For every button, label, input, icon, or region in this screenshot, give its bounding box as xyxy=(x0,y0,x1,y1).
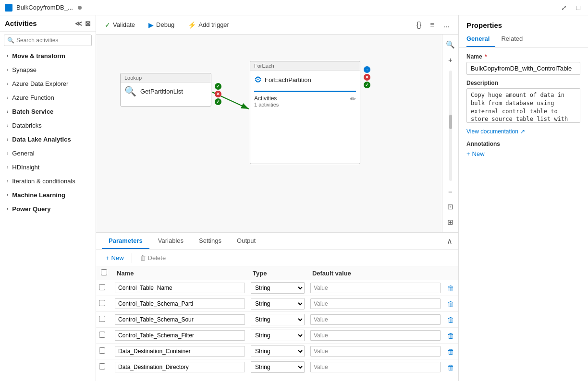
search-canvas-button[interactable]: 🔍 xyxy=(444,38,457,51)
add-icon: + xyxy=(466,150,470,157)
select-all-checkbox[interactable] xyxy=(101,269,107,275)
description-textarea[interactable]: Copy huge amount of data in bulk from da… xyxy=(466,88,580,123)
sidebar-item-label: Move & transform xyxy=(12,52,65,60)
search-input[interactable] xyxy=(16,37,88,44)
bottom-collapse-button[interactable]: ∧ xyxy=(447,237,453,246)
sidebar-item-batch-service[interactable]: ›Batch Service xyxy=(0,105,96,119)
bottom-tab-settings[interactable]: Settings xyxy=(192,233,228,249)
lookup-node[interactable]: Lookup 🔍 GetPartitionList ✓ ✕ ✓ xyxy=(120,73,211,107)
delete-row-button-1[interactable]: 🗑 xyxy=(446,299,455,309)
row-checkbox-5[interactable] xyxy=(99,363,105,369)
param-type-select-2[interactable]: StringIntBoolArrayObjectFloat xyxy=(251,314,305,325)
expand-button[interactable]: ⤢ xyxy=(558,3,570,12)
chevron-icon: › xyxy=(7,151,8,156)
skip-icon[interactable]: ✓ xyxy=(215,98,221,105)
param-value-input-5[interactable] xyxy=(310,362,441,372)
sidebar-item-hdinsight[interactable]: ›HDInsight xyxy=(0,160,96,174)
canvas-area[interactable]: Lookup 🔍 GetPartitionList ✓ ✕ ✓ xyxy=(96,35,458,232)
lookup-node-header: Lookup xyxy=(121,73,211,83)
row-checkbox-4[interactable] xyxy=(99,347,105,354)
param-value-input-1[interactable] xyxy=(310,298,441,309)
more-button[interactable]: ... xyxy=(441,19,453,31)
param-value-input-3[interactable] xyxy=(310,330,441,341)
new-parameter-button[interactable]: + New xyxy=(102,253,128,263)
table-row: StringIntBoolArrayObjectFloat🗑 xyxy=(96,312,458,328)
delete-row-button-2[interactable]: 🗑 xyxy=(446,315,455,325)
maximize-button[interactable]: □ xyxy=(574,3,583,12)
sidebar-item-databricks[interactable]: ›Databricks xyxy=(0,119,96,132)
bottom-tab-variables[interactable]: Variables xyxy=(151,233,190,249)
param-name-input-3[interactable] xyxy=(115,330,245,341)
grid-canvas-button[interactable]: ⊞ xyxy=(445,216,455,228)
sidebar-item-move-&-transform[interactable]: ›Move & transform xyxy=(0,49,96,63)
bottom-tab-parameters[interactable]: Parameters xyxy=(102,233,149,249)
foreach-node[interactable]: ForEach ⚙ ForEachPartition ✏ Activities … xyxy=(250,61,360,164)
param-type-select-3[interactable]: StringIntBoolArrayObjectFloat xyxy=(251,330,305,341)
delete-row-button-5[interactable]: 🗑 xyxy=(446,362,455,372)
prop-tab-general[interactable]: General xyxy=(466,31,495,47)
bottom-tab-output[interactable]: Output xyxy=(230,233,262,249)
add-annotation-button[interactable]: + New xyxy=(466,150,485,157)
zoom-out-button[interactable]: − xyxy=(446,186,454,198)
sidebar-item-label: Batch Service xyxy=(12,108,53,115)
add-trigger-button[interactable]: ⚡ Add trigger xyxy=(185,19,232,31)
param-type-select-1[interactable]: StringIntBoolArrayObjectFloat xyxy=(251,298,305,310)
sidebar-item-azure-data-explorer[interactable]: ›Azure Data Explorer xyxy=(0,77,96,91)
param-name-input-4[interactable] xyxy=(115,346,245,357)
param-value-input-4[interactable] xyxy=(310,346,441,357)
prop-tab-related[interactable]: Related xyxy=(501,31,528,47)
delete-row-button-4[interactable]: 🗑 xyxy=(446,346,455,357)
success-icon[interactable]: ✓ xyxy=(215,83,221,90)
param-type-select-4[interactable]: StringIntBoolArrayObjectFloat xyxy=(251,345,305,357)
sidebar-item-label: General xyxy=(12,150,34,157)
zoom-in-button[interactable]: + xyxy=(446,54,454,66)
foreach-error-icon[interactable]: ✕ xyxy=(364,74,370,81)
sidebar-item-synapse[interactable]: ›Synapse xyxy=(0,63,96,77)
collapse-icon[interactable]: ≪ xyxy=(75,20,82,27)
delete-parameter-button[interactable]: 🗑 Delete xyxy=(136,253,170,263)
activities-section: ✏ Activities 1 activities xyxy=(254,91,356,107)
error-icon[interactable]: ✕ xyxy=(215,91,221,97)
param-value-input-0[interactable] xyxy=(310,283,441,293)
param-type-select-0[interactable]: StringIntBoolArrayObjectFloat xyxy=(251,282,305,294)
edit-pencil-icon[interactable]: ✏ xyxy=(350,95,356,103)
param-name-input-0[interactable] xyxy=(115,283,245,293)
param-name-input-2[interactable] xyxy=(115,314,245,325)
code-button[interactable]: {} xyxy=(414,19,425,31)
delete-row-button-0[interactable]: 🗑 xyxy=(446,283,455,293)
sidebar-item-machine-learning[interactable]: ›Machine Learning xyxy=(0,188,96,202)
param-name-input-1[interactable] xyxy=(115,298,245,309)
param-value-input-2[interactable] xyxy=(310,314,441,325)
pin-icon[interactable]: ⊠ xyxy=(85,20,91,27)
view-documentation-link[interactable]: View documentation ↗ xyxy=(466,128,580,135)
sidebar-item-data-lake-analytics[interactable]: ›Data Lake Analytics xyxy=(0,132,96,146)
sidebar-item-power-query[interactable]: ›Power Query xyxy=(0,202,96,216)
param-type-select-5[interactable]: StringIntBoolArrayObjectFloat xyxy=(251,361,305,373)
delete-row-button-3[interactable]: 🗑 xyxy=(446,331,455,341)
activities-label: Activities xyxy=(254,95,356,102)
validate-button[interactable]: ✓ Validate xyxy=(102,19,138,31)
param-name-input-5[interactable] xyxy=(115,362,245,372)
debug-button[interactable]: ▶ Debug xyxy=(146,19,177,31)
monitor-button[interactable]: ≡ xyxy=(427,19,437,31)
sidebar-item-azure-function[interactable]: ›Azure Function xyxy=(0,91,96,105)
param-value-cell xyxy=(307,359,443,375)
annotations-label: Annotations xyxy=(466,141,580,147)
row-checkbox-1[interactable] xyxy=(99,300,105,306)
sidebar-item-iteration-&-conditionals[interactable]: ›Iteration & conditionals xyxy=(0,174,96,188)
sidebar-items: ›Move & transform›Synapse›Azure Data Exp… xyxy=(0,49,96,216)
table-row: StringIntBoolArrayObjectFloat🗑 xyxy=(96,296,458,312)
param-value-cell xyxy=(307,280,443,296)
header-checkbox-cell xyxy=(96,266,112,280)
row-checkbox-2[interactable] xyxy=(99,316,105,322)
sidebar-item-general[interactable]: ›General xyxy=(0,146,96,160)
row-checkbox-3[interactable] xyxy=(99,332,105,338)
pipeline-name-input[interactable] xyxy=(466,62,580,75)
foreach-check-icon[interactable]: ✓ xyxy=(364,82,370,88)
row-checkbox-0[interactable] xyxy=(99,284,105,290)
param-name-cell xyxy=(112,344,248,359)
sidebar-item-label: Azure Data Explorer xyxy=(12,80,68,87)
new-label: New xyxy=(111,254,124,262)
fit-canvas-button[interactable]: ⊡ xyxy=(445,201,455,213)
foreach-arrow-icon[interactable]: → xyxy=(364,66,370,73)
